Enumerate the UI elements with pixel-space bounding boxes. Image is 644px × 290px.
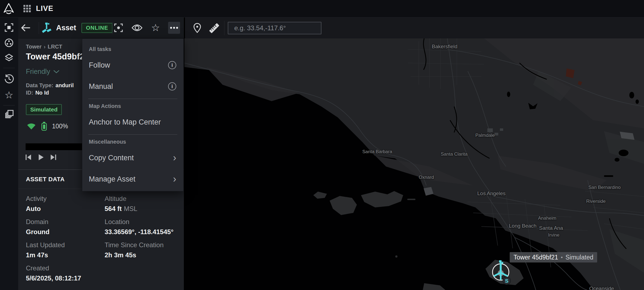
menu-item-copy-content[interactable]: Copy Content › — [82, 147, 183, 168]
favorite-star-icon[interactable]: ☆ — [150, 22, 162, 34]
field-time-since-creation: Time Since Creation 2h 3m 45s — [105, 241, 178, 264]
wifi-icon — [26, 122, 36, 130]
back-button[interactable] — [18, 17, 33, 38]
star-glyph: ☆ — [151, 23, 160, 33]
menu-divider — [88, 134, 177, 135]
breadcrumb[interactable]: Tower›LRCT — [26, 44, 62, 50]
ruler-icon[interactable] — [208, 22, 220, 34]
anduril-logo — [0, 2, 17, 15]
focus-frame-icon[interactable] — [3, 22, 15, 34]
asset-options-menu: All tasks Follow i Manual i Map Actions … — [82, 38, 184, 191]
toolbar-divider — [224, 21, 224, 35]
map-city-label: Riverside — [586, 199, 606, 204]
rail-divider — [3, 68, 15, 68]
star-icon[interactable]: ☆ — [3, 89, 15, 101]
header-divider — [112, 22, 113, 34]
asset-panel-header: Asset ONLINE ☆ — [18, 17, 184, 38]
map-pin-icon[interactable] — [191, 22, 203, 34]
map-city-label: Anaheim — [538, 216, 556, 221]
disposition-selector[interactable]: Friendly — [26, 68, 59, 75]
eye-icon[interactable] — [131, 22, 143, 34]
marker-badge-letter: S — [505, 278, 509, 284]
star-glyph: ☆ — [5, 90, 13, 100]
menu-item-follow[interactable]: Follow i — [82, 55, 183, 76]
field-altitude: Altitude 564 ftMSL — [105, 195, 178, 218]
chevron-right-icon: › — [173, 175, 176, 183]
asset-identity: Asset ONLINE — [33, 22, 113, 34]
top-bar: LIVE — [0, 0, 644, 17]
tower-asset-icon — [41, 22, 52, 34]
menu-item-anchor-to-map-center[interactable]: Anchor to Map Center — [82, 111, 183, 133]
id-value: No Id — [35, 90, 49, 96]
focus-target-icon[interactable] — [113, 22, 124, 34]
asset-status-row: 100% — [26, 122, 68, 131]
data-type-label: Data Type: — [26, 82, 53, 88]
field-activity: Activity Auto — [26, 195, 105, 218]
id-line: ID:No Id — [26, 90, 49, 96]
breadcrumb-separator: › — [44, 44, 45, 50]
menu-item-manage-asset[interactable]: Manage Asset › — [82, 168, 183, 190]
breadcrumb-current[interactable]: LRCT — [48, 44, 62, 50]
panel-title: Asset — [56, 24, 76, 32]
id-label: ID: — [26, 90, 33, 96]
field-created: Created 5/6/2025, 08:12:17 — [26, 264, 105, 288]
chevron-down-icon — [53, 70, 59, 74]
menu-divider — [88, 99, 177, 99]
disposition-label: Friendly — [26, 68, 50, 75]
play-button[interactable] — [36, 153, 45, 162]
collections-icon[interactable] — [3, 108, 15, 120]
chevron-right-icon: › — [173, 154, 176, 162]
map-city-label: Long Beach — [509, 223, 536, 229]
lattice-app: LIVE — [0, 0, 644, 290]
header-icon-group: ☆ — [113, 22, 184, 34]
menu-section-header: Map Actions — [82, 101, 183, 111]
app-grid-icon[interactable] — [21, 3, 33, 15]
map-city-label: Santa Clarita — [441, 152, 467, 157]
rail-divider — [3, 105, 15, 105]
map-canvas[interactable]: Bakersfield Palmdale Santa Barbara Santa… — [184, 38, 644, 290]
header-divider — [39, 22, 39, 34]
coordinate-search-input[interactable] — [234, 24, 319, 32]
more-options-ellipsis-icon[interactable] — [168, 22, 180, 34]
map-city-label: Santa Ana — [539, 225, 563, 231]
field-last-updated: Last Updated 1m 47s — [26, 241, 105, 264]
info-icon[interactable]: i — [168, 82, 176, 90]
menu-section-header: All tasks — [82, 44, 183, 55]
coordinate-search-box[interactable] — [228, 22, 321, 34]
tracks-icon[interactable] — [3, 37, 15, 49]
menu-item-manual[interactable]: Manual i — [82, 76, 183, 97]
map-city-label: Oxnard — [419, 175, 434, 180]
map-city-label: Palmdale — [475, 133, 495, 138]
asset-hover-tooltip: Tower 45d9bf21 • Simulated — [510, 252, 597, 262]
map-city-label: Santa Barbara — [362, 149, 392, 155]
battery-icon — [41, 122, 47, 131]
skip-to-start-button[interactable] — [24, 153, 33, 162]
layers-icon[interactable] — [3, 52, 15, 64]
tooltip-separator: • — [561, 254, 563, 261]
map-city-label: Bakersfield — [432, 44, 457, 50]
simulated-badge: Simulated — [26, 104, 62, 115]
breadcrumb-parent[interactable]: Tower — [26, 44, 41, 50]
tower-asset-marker[interactable]: S — [490, 259, 512, 285]
online-status-badge: ONLINE — [81, 23, 113, 33]
map-city-label: Oceanside — [589, 286, 614, 290]
field-domain: Domain Ground — [26, 218, 105, 241]
history-icon[interactable] — [3, 73, 15, 85]
tooltip-asset-name: Tower 45d9bf21 — [514, 254, 558, 261]
playback-controls — [24, 153, 58, 162]
field-location: Location 33.36569°, -118.41545° — [105, 218, 178, 241]
skip-to-end-button[interactable] — [49, 153, 58, 162]
live-mode-label: LIVE — [36, 4, 53, 13]
map-city-label: Los Angeles — [477, 191, 506, 197]
menu-section-header: Miscellaneous — [82, 136, 183, 147]
tooltip-asset-status: Simulated — [566, 254, 593, 261]
data-type-line: Data Type:anduril — [26, 82, 74, 89]
info-icon[interactable]: i — [168, 61, 176, 69]
map-toolbar — [184, 17, 644, 38]
map-city-label: San Bernardino — [588, 185, 621, 190]
left-rail: ☆ — [0, 17, 18, 290]
asset-data-grid: Activity Auto Altitude 564 ftMSL Domain … — [18, 189, 184, 288]
map-city-label: Irvine — [548, 232, 560, 238]
data-type-value: anduril — [56, 82, 74, 88]
battery-percent: 100% — [52, 123, 68, 130]
